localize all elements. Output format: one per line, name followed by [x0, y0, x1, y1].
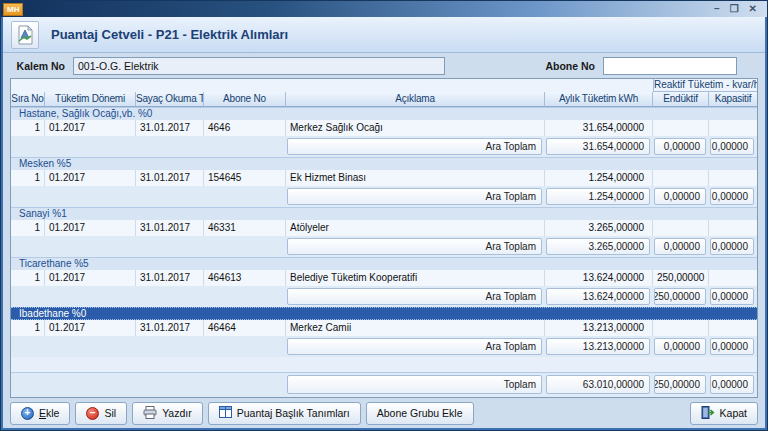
- cell-sira: 1: [11, 320, 45, 336]
- cell-sira: 1: [11, 220, 45, 236]
- cell-kapasitif: [709, 170, 757, 186]
- total-kapasitif: 0,00000: [710, 375, 754, 394]
- subtotal-kapasitif: 0,00000: [710, 238, 754, 255]
- col-header-kapasitif[interactable]: Kapasitif: [709, 92, 757, 107]
- cell-sira: 1: [11, 120, 45, 136]
- table-row[interactable]: 1 01.2017 31.01.2017 4646 Merkez Sağlık …: [11, 120, 757, 136]
- cell-donem: 01.2017: [45, 220, 136, 236]
- table-row[interactable]: 1 01.2017 31.01.2017 464613 Belediye Tük…: [11, 270, 757, 286]
- cell-abone: 4646: [204, 120, 286, 136]
- window-controls: – ❐ ✕: [714, 3, 767, 15]
- cell-sayac: 31.01.2017: [136, 270, 204, 286]
- ara-toplam-label: Ara Toplam: [287, 288, 542, 305]
- cell-enduktif: [653, 220, 709, 236]
- sil-button[interactable]: − Sil: [75, 402, 127, 425]
- table-row[interactable]: 1 01.2017 31.01.2017 46331 Atölyeler 3.2…: [11, 220, 757, 236]
- cell-abone: 46464: [204, 320, 286, 336]
- col-header-sayac-okuma[interactable]: Sayaç Okuma Tari: [136, 92, 204, 107]
- app-header: Puantaj Cetveli - P21 - Elektrik Alımlar…: [3, 17, 765, 53]
- cell-enduktif: [653, 120, 709, 136]
- subtotal-kapasitif: 0,00000: [710, 138, 754, 155]
- group-header-ibadethane-selected[interactable]: İbadethane %0: [11, 307, 757, 320]
- subtotal-enduktif: 0,00000: [654, 238, 706, 255]
- page-title: Puantaj Cetveli - P21 - Elektrik Alımlar…: [51, 27, 288, 42]
- cell-abone: 154645: [204, 170, 286, 186]
- col-header-aciklama[interactable]: Açıklama: [286, 92, 545, 107]
- app-window: MH – ❐ ✕ Puantaj Cetveli - P21 - Elektri…: [0, 0, 768, 431]
- cell-abone: 464613: [204, 270, 286, 286]
- total-aylik: 63.010,00000: [546, 375, 650, 394]
- kalem-no-input[interactable]: [73, 57, 445, 75]
- subtotal-enduktif: 0,00000: [654, 138, 706, 155]
- col-header-tuketim-donemi[interactable]: Tüketim Dönemi: [45, 92, 136, 107]
- toplam-label: Toplam: [287, 375, 542, 394]
- cell-sayac: 31.01.2017: [136, 170, 204, 186]
- taskbar-badge: MH: [3, 3, 23, 16]
- table-empty-area: [11, 357, 757, 372]
- window-frame: Puantaj Cetveli - P21 - Elektrik Alımlar…: [1, 17, 767, 430]
- group-header-hastane[interactable]: Hastane, Sağlık Ocağı,vb. %0: [11, 107, 757, 120]
- subtotal-aylik: 13.213,00000: [546, 338, 650, 355]
- table-row[interactable]: 1 01.2017 31.01.2017 46464 Merkez Camii …: [11, 320, 757, 336]
- kapat-button[interactable]: Kapat: [690, 402, 758, 425]
- ara-toplam-label: Ara Toplam: [287, 138, 542, 155]
- col-header-enduktif[interactable]: Endüktif: [653, 92, 709, 107]
- table-columns-icon: [219, 406, 232, 420]
- subtotal-row: Ara Toplam 13.624,00000 250,00000 0,0000…: [11, 286, 757, 307]
- table-body: Hastane, Sağlık Ocağı,vb. %0 1 01.2017 3…: [11, 107, 757, 397]
- cell-enduktif: [653, 170, 709, 186]
- subtotal-aylik: 31.654,00000: [546, 138, 650, 155]
- subtotal-kapasitif: 0,00000: [710, 288, 754, 305]
- subtotal-aylik: 13.624,00000: [546, 288, 650, 305]
- cell-donem: 01.2017: [45, 320, 136, 336]
- cell-sayac: 31.01.2017: [136, 120, 204, 136]
- cell-enduktif: [653, 320, 709, 336]
- cell-sayac: 31.01.2017: [136, 220, 204, 236]
- cell-aciklama: Ek Hizmet Binası: [286, 170, 545, 186]
- add-icon: +: [21, 407, 34, 420]
- subtotal-row: Ara Toplam 1.254,00000 0,00000 0,00000: [11, 186, 757, 207]
- ekle-button[interactable]: + Ekle: [10, 402, 70, 425]
- title-bar: MH – ❐ ✕: [1, 1, 767, 17]
- col-header-aylik-tuketim[interactable]: Aylık Tüketim kWh: [545, 92, 653, 107]
- subtotal-enduktif: 250,00000: [654, 288, 706, 305]
- subtotal-enduktif: 0,00000: [654, 338, 706, 355]
- cell-aciklama: Atölyeler: [286, 220, 545, 236]
- ara-toplam-label: Ara Toplam: [287, 238, 542, 255]
- group-header-sanayi[interactable]: Sanayi %1: [11, 207, 757, 220]
- cell-sira: 1: [11, 270, 45, 286]
- cell-donem: 01.2017: [45, 120, 136, 136]
- app-icon: [11, 21, 39, 49]
- col-header-abone-no[interactable]: Abone No: [204, 92, 286, 107]
- ara-toplam-label: Ara Toplam: [287, 338, 542, 355]
- cell-kapasitif: [709, 220, 757, 236]
- close-icon[interactable]: ✕: [749, 3, 757, 15]
- group-header-mesken[interactable]: Mesken %5: [11, 157, 757, 170]
- cell-aylik: 13.213,00000: [545, 320, 653, 336]
- table-header-band: Reaktif Tüketim - kvar/h: [11, 79, 757, 92]
- group-header-ticarethane[interactable]: Ticarethane %5: [11, 257, 757, 270]
- cell-aylik: 1.254,00000: [545, 170, 653, 186]
- cell-aciklama: Belediye Tüketim Kooperatifi: [286, 270, 545, 286]
- filter-form: Kalem No Abone No: [3, 53, 765, 78]
- maximize-icon[interactable]: ❐: [730, 3, 739, 15]
- kalem-no-label: Kalem No: [3, 60, 65, 72]
- col-header-sira-no[interactable]: Sıra No: [11, 92, 45, 107]
- delete-icon: −: [86, 407, 99, 420]
- subtotal-kapasitif: 0,00000: [710, 188, 754, 205]
- cell-kapasitif: [709, 270, 757, 286]
- subtotal-row: Ara Toplam 13.213,00000 0,00000 0,00000: [11, 336, 757, 357]
- puantaj-baslik-tanimlari-button[interactable]: Puantaj Başlık Tanımları: [208, 402, 361, 425]
- yazdir-button[interactable]: Yazdır: [132, 402, 203, 425]
- cell-aciklama: Merkez Sağlık Ocağı: [286, 120, 545, 136]
- subtotal-kapasitif: 0,00000: [710, 338, 754, 355]
- cell-donem: 01.2017: [45, 270, 136, 286]
- ara-toplam-label: Ara Toplam: [287, 188, 542, 205]
- reaktif-tuketim-header: Reaktif Tüketim - kvar/h: [653, 79, 757, 92]
- minimize-icon[interactable]: –: [714, 3, 720, 15]
- abone-grubu-ekle-button[interactable]: Abone Grubu Ekle: [366, 402, 474, 425]
- total-enduktif: 250,00000: [654, 375, 706, 394]
- abone-no-input[interactable]: [603, 57, 737, 75]
- cell-sayac: 31.01.2017: [136, 320, 204, 336]
- table-row[interactable]: 1 01.2017 31.01.2017 154645 Ek Hizmet Bi…: [11, 170, 757, 186]
